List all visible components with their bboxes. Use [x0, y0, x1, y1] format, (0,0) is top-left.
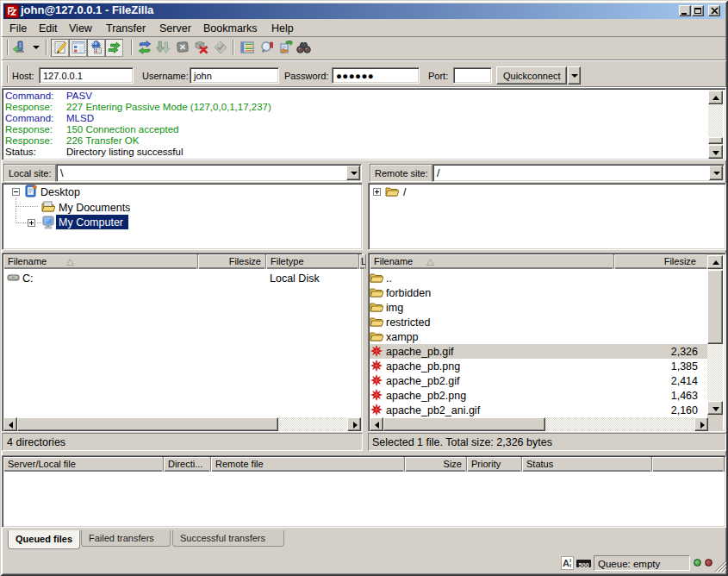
- svg-text:A: A: [563, 558, 569, 568]
- svg-text:500: 500: [579, 561, 590, 569]
